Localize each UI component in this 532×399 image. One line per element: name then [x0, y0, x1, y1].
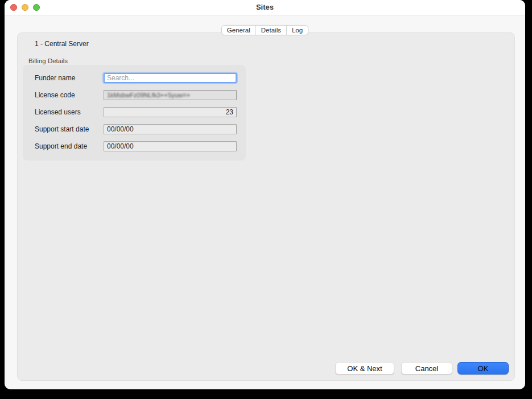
licensed-users-field: 23 [104, 107, 237, 117]
license-code-value: 1kMsbwFz09NLfk3++Syuw=+ [107, 92, 190, 98]
licensed-users-label: Licensed users [35, 108, 81, 116]
funder-name-row: Funder name [23, 73, 246, 83]
license-code-field: 1kMsbwFz09NLfk3++Syuw=+ [104, 90, 237, 100]
sites-dialog-window: Sites General Details Log 1 - Central Se… [5, 0, 525, 389]
licensed-users-value: 23 [226, 108, 233, 116]
licensed-users-row: Licensed users 23 [23, 107, 246, 117]
support-start-date-label: Support start date [35, 125, 89, 133]
support-start-date-field[interactable]: 00/00/00 [104, 124, 237, 134]
billing-details-groupbox: Funder name License code 1kMsbwFz09NLfk3… [23, 65, 246, 161]
funder-name-input[interactable] [104, 73, 237, 83]
tab-segmented-control: General Details Log [221, 25, 308, 35]
ok-and-next-button[interactable]: OK & Next [335, 362, 394, 375]
support-end-date-value: 00/00/00 [107, 142, 134, 150]
site-name-label: 1 - Central Server [35, 40, 89, 48]
tab-bar: General Details Log [5, 25, 525, 35]
funder-name-label: Funder name [35, 74, 75, 82]
license-code-row: License code 1kMsbwFz09NLfk3++Syuw=+ [23, 90, 246, 100]
window-title: Sites [5, 3, 525, 11]
support-end-date-field[interactable]: 00/00/00 [104, 141, 237, 151]
license-code-label: License code [35, 91, 75, 99]
ok-button[interactable]: OK [457, 362, 509, 375]
cancel-button[interactable]: Cancel [401, 362, 452, 375]
general-tab-panel: 1 - Central Server Billing Details Funde… [17, 32, 515, 381]
tab-details[interactable]: Details [255, 26, 286, 35]
support-start-date-value: 00/00/00 [107, 125, 134, 133]
tab-log[interactable]: Log [286, 26, 308, 35]
support-end-date-label: Support end date [35, 142, 87, 150]
support-start-date-row: Support start date 00/00/00 [23, 124, 246, 134]
support-end-date-row: Support end date 00/00/00 [23, 141, 246, 151]
billing-details-section-label: Billing Details [28, 57, 68, 64]
title-bar: Sites [5, 0, 525, 15]
tab-general[interactable]: General [222, 26, 255, 35]
